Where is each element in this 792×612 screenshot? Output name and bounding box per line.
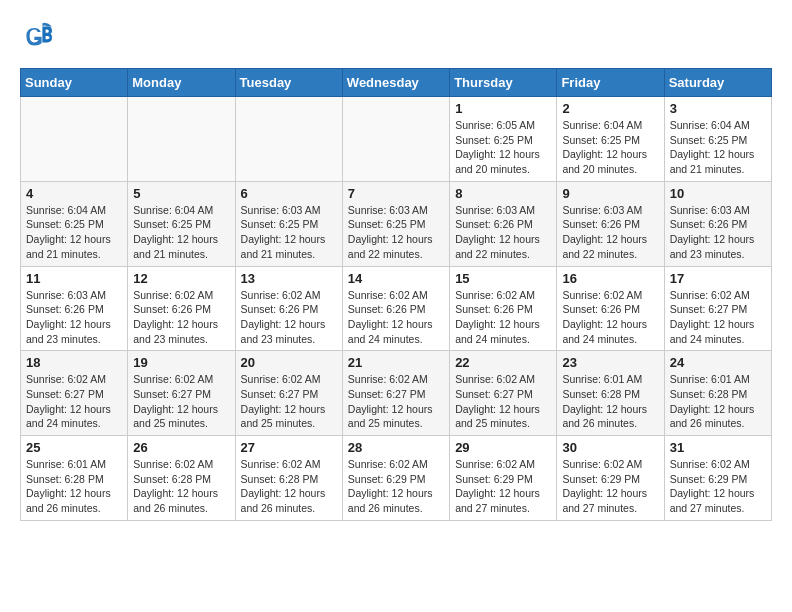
calendar-header-row: SundayMondayTuesdayWednesdayThursdayFrid… [21, 69, 772, 97]
calendar-cell: 29Sunrise: 6:02 AM Sunset: 6:29 PM Dayli… [450, 436, 557, 521]
day-info: Sunrise: 6:02 AM Sunset: 6:27 PM Dayligh… [26, 372, 122, 431]
day-info: Sunrise: 6:03 AM Sunset: 6:25 PM Dayligh… [241, 203, 337, 262]
day-info: Sunrise: 6:02 AM Sunset: 6:27 PM Dayligh… [670, 288, 766, 347]
day-info: Sunrise: 6:03 AM Sunset: 6:26 PM Dayligh… [670, 203, 766, 262]
day-number: 26 [133, 440, 229, 455]
day-info: Sunrise: 6:02 AM Sunset: 6:26 PM Dayligh… [562, 288, 658, 347]
day-info: Sunrise: 6:03 AM Sunset: 6:26 PM Dayligh… [26, 288, 122, 347]
day-number: 22 [455, 355, 551, 370]
day-info: Sunrise: 6:04 AM Sunset: 6:25 PM Dayligh… [562, 118, 658, 177]
day-info: Sunrise: 6:05 AM Sunset: 6:25 PM Dayligh… [455, 118, 551, 177]
weekday-header: Monday [128, 69, 235, 97]
calendar-cell [21, 97, 128, 182]
day-info: Sunrise: 6:02 AM Sunset: 6:26 PM Dayligh… [133, 288, 229, 347]
day-number: 13 [241, 271, 337, 286]
day-info: Sunrise: 6:02 AM Sunset: 6:29 PM Dayligh… [348, 457, 444, 516]
calendar-cell: 7Sunrise: 6:03 AM Sunset: 6:25 PM Daylig… [342, 181, 449, 266]
day-number: 7 [348, 186, 444, 201]
calendar-cell: 24Sunrise: 6:01 AM Sunset: 6:28 PM Dayli… [664, 351, 771, 436]
day-info: Sunrise: 6:04 AM Sunset: 6:25 PM Dayligh… [670, 118, 766, 177]
calendar-week-row: 1Sunrise: 6:05 AM Sunset: 6:25 PM Daylig… [21, 97, 772, 182]
calendar-cell: 12Sunrise: 6:02 AM Sunset: 6:26 PM Dayli… [128, 266, 235, 351]
day-info: Sunrise: 6:01 AM Sunset: 6:28 PM Dayligh… [26, 457, 122, 516]
calendar-cell: 23Sunrise: 6:01 AM Sunset: 6:28 PM Dayli… [557, 351, 664, 436]
calendar-cell: 26Sunrise: 6:02 AM Sunset: 6:28 PM Dayli… [128, 436, 235, 521]
day-number: 20 [241, 355, 337, 370]
calendar-cell: 15Sunrise: 6:02 AM Sunset: 6:26 PM Dayli… [450, 266, 557, 351]
calendar-cell: 28Sunrise: 6:02 AM Sunset: 6:29 PM Dayli… [342, 436, 449, 521]
day-number: 29 [455, 440, 551, 455]
day-info: Sunrise: 6:03 AM Sunset: 6:25 PM Dayligh… [348, 203, 444, 262]
day-info: Sunrise: 6:03 AM Sunset: 6:26 PM Dayligh… [562, 203, 658, 262]
day-number: 12 [133, 271, 229, 286]
calendar-week-row: 18Sunrise: 6:02 AM Sunset: 6:27 PM Dayli… [21, 351, 772, 436]
logo [20, 20, 56, 52]
weekday-header: Saturday [664, 69, 771, 97]
day-number: 24 [670, 355, 766, 370]
calendar-cell: 13Sunrise: 6:02 AM Sunset: 6:26 PM Dayli… [235, 266, 342, 351]
calendar-cell: 10Sunrise: 6:03 AM Sunset: 6:26 PM Dayli… [664, 181, 771, 266]
day-number: 11 [26, 271, 122, 286]
calendar-cell: 8Sunrise: 6:03 AM Sunset: 6:26 PM Daylig… [450, 181, 557, 266]
day-number: 23 [562, 355, 658, 370]
day-number: 8 [455, 186, 551, 201]
weekday-header: Thursday [450, 69, 557, 97]
day-info: Sunrise: 6:02 AM Sunset: 6:27 PM Dayligh… [348, 372, 444, 431]
calendar-cell [235, 97, 342, 182]
day-number: 28 [348, 440, 444, 455]
day-info: Sunrise: 6:02 AM Sunset: 6:26 PM Dayligh… [348, 288, 444, 347]
calendar-cell [128, 97, 235, 182]
calendar-week-row: 11Sunrise: 6:03 AM Sunset: 6:26 PM Dayli… [21, 266, 772, 351]
day-info: Sunrise: 6:02 AM Sunset: 6:27 PM Dayligh… [241, 372, 337, 431]
calendar-cell: 9Sunrise: 6:03 AM Sunset: 6:26 PM Daylig… [557, 181, 664, 266]
day-info: Sunrise: 6:02 AM Sunset: 6:29 PM Dayligh… [670, 457, 766, 516]
day-number: 1 [455, 101, 551, 116]
calendar-cell: 18Sunrise: 6:02 AM Sunset: 6:27 PM Dayli… [21, 351, 128, 436]
day-number: 10 [670, 186, 766, 201]
page-header [20, 20, 772, 52]
day-number: 27 [241, 440, 337, 455]
calendar-cell: 17Sunrise: 6:02 AM Sunset: 6:27 PM Dayli… [664, 266, 771, 351]
day-info: Sunrise: 6:04 AM Sunset: 6:25 PM Dayligh… [133, 203, 229, 262]
calendar-cell: 21Sunrise: 6:02 AM Sunset: 6:27 PM Dayli… [342, 351, 449, 436]
day-number: 17 [670, 271, 766, 286]
calendar-cell: 16Sunrise: 6:02 AM Sunset: 6:26 PM Dayli… [557, 266, 664, 351]
calendar-week-row: 25Sunrise: 6:01 AM Sunset: 6:28 PM Dayli… [21, 436, 772, 521]
calendar-cell: 30Sunrise: 6:02 AM Sunset: 6:29 PM Dayli… [557, 436, 664, 521]
day-number: 5 [133, 186, 229, 201]
calendar-cell [342, 97, 449, 182]
day-number: 14 [348, 271, 444, 286]
calendar-cell: 20Sunrise: 6:02 AM Sunset: 6:27 PM Dayli… [235, 351, 342, 436]
calendar-cell: 1Sunrise: 6:05 AM Sunset: 6:25 PM Daylig… [450, 97, 557, 182]
calendar-cell: 3Sunrise: 6:04 AM Sunset: 6:25 PM Daylig… [664, 97, 771, 182]
weekday-header: Sunday [21, 69, 128, 97]
calendar-cell: 25Sunrise: 6:01 AM Sunset: 6:28 PM Dayli… [21, 436, 128, 521]
day-info: Sunrise: 6:02 AM Sunset: 6:27 PM Dayligh… [455, 372, 551, 431]
day-number: 31 [670, 440, 766, 455]
day-number: 16 [562, 271, 658, 286]
weekday-header: Tuesday [235, 69, 342, 97]
day-info: Sunrise: 6:02 AM Sunset: 6:29 PM Dayligh… [455, 457, 551, 516]
day-number: 4 [26, 186, 122, 201]
day-number: 2 [562, 101, 658, 116]
calendar-cell: 5Sunrise: 6:04 AM Sunset: 6:25 PM Daylig… [128, 181, 235, 266]
day-number: 21 [348, 355, 444, 370]
day-number: 25 [26, 440, 122, 455]
logo-icon [20, 20, 52, 52]
weekday-header: Friday [557, 69, 664, 97]
calendar-cell: 11Sunrise: 6:03 AM Sunset: 6:26 PM Dayli… [21, 266, 128, 351]
day-number: 19 [133, 355, 229, 370]
day-info: Sunrise: 6:04 AM Sunset: 6:25 PM Dayligh… [26, 203, 122, 262]
calendar-cell: 31Sunrise: 6:02 AM Sunset: 6:29 PM Dayli… [664, 436, 771, 521]
day-info: Sunrise: 6:02 AM Sunset: 6:28 PM Dayligh… [241, 457, 337, 516]
calendar-cell: 14Sunrise: 6:02 AM Sunset: 6:26 PM Dayli… [342, 266, 449, 351]
day-info: Sunrise: 6:02 AM Sunset: 6:26 PM Dayligh… [241, 288, 337, 347]
day-number: 18 [26, 355, 122, 370]
day-number: 3 [670, 101, 766, 116]
calendar-cell: 4Sunrise: 6:04 AM Sunset: 6:25 PM Daylig… [21, 181, 128, 266]
calendar-cell: 19Sunrise: 6:02 AM Sunset: 6:27 PM Dayli… [128, 351, 235, 436]
calendar-cell: 27Sunrise: 6:02 AM Sunset: 6:28 PM Dayli… [235, 436, 342, 521]
day-info: Sunrise: 6:02 AM Sunset: 6:27 PM Dayligh… [133, 372, 229, 431]
calendar-cell: 22Sunrise: 6:02 AM Sunset: 6:27 PM Dayli… [450, 351, 557, 436]
day-number: 6 [241, 186, 337, 201]
